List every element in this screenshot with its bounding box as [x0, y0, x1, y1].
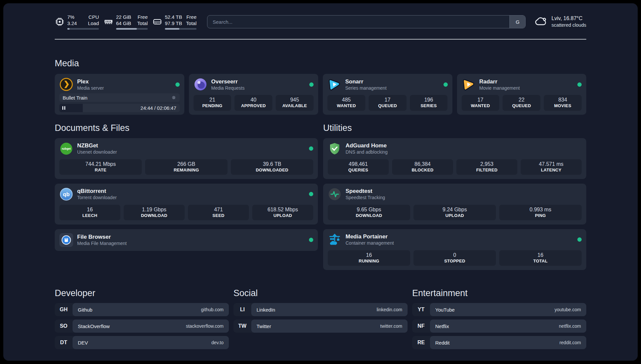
disk-stat: 52.4 TB 97.9 TB Free Total	[152, 14, 197, 30]
search-engine-button[interactable]: G	[509, 15, 525, 28]
status-dot	[309, 238, 313, 242]
link-name: DEV	[78, 340, 88, 346]
link-abbr: SO	[55, 319, 73, 333]
status-dot	[443, 82, 448, 87]
app-subtitle: Speedtest Tracking	[346, 195, 385, 200]
section-title-developer: Developer	[55, 288, 229, 298]
disk-free: 52.4 TB	[165, 14, 182, 20]
stat-pill: 266 GB REMAINING	[145, 159, 228, 175]
status-dot	[577, 82, 582, 87]
header-divider	[55, 39, 586, 40]
section-title-documents: Documents & Files	[55, 123, 318, 133]
stat-pill: 618.52 Mbps UPLOAD	[252, 205, 313, 220]
link-name: Netflix	[435, 323, 449, 329]
stat-pill: 39.6 TB DOWNLOADED	[231, 159, 313, 175]
weather-condition: scattered clouds	[551, 22, 586, 28]
status-dot	[309, 82, 314, 87]
link-abbr: YT	[412, 303, 430, 316]
app-card-radarr[interactable]: Radarr Movie management 17 WANTED 22 QUE…	[457, 74, 587, 115]
app-subtitle: Series management	[345, 85, 386, 91]
link-item-linkedin[interactable]: LI LinkedIn linkedin.com	[233, 303, 408, 316]
app-name: Sonarr	[345, 78, 386, 85]
stat-pill: 744.21 Mbps RATE	[59, 159, 142, 175]
stat-pill: 471 SEED	[188, 205, 249, 220]
memory-total: 64 GiB	[116, 20, 131, 26]
gear-icon[interactable]	[171, 95, 176, 100]
status-dot	[309, 192, 313, 196]
disk-progressbar	[165, 28, 197, 30]
cpu-label-2: Load	[88, 20, 99, 26]
app-card-sonarr[interactable]: Sonarr Series management 485 WANTED 17 Q…	[323, 74, 452, 115]
link-abbr: TW	[233, 319, 251, 333]
playback-progressbar[interactable]: 24:44 / 02:06:47	[59, 104, 180, 112]
link-name: YouTube	[435, 307, 455, 313]
link-item-netflix[interactable]: NF Netflix netflix.com	[412, 319, 586, 333]
status-dot	[175, 82, 180, 87]
now-playing-title-row: Bullet Train	[59, 93, 180, 102]
stat-pill: 16 TOTAL	[499, 250, 582, 266]
stat-pill: 0.993 ms PING	[499, 205, 582, 220]
link-url: youtube.com	[555, 307, 581, 312]
link-url: reddit.com	[560, 340, 581, 345]
app-card-adguard[interactable]: AdGuard Home DNS and adblocking 498,461 …	[323, 138, 586, 179]
link-name: Twitter	[257, 323, 271, 329]
disk-total: 97.9 TB	[165, 20, 182, 26]
app-card-qbittorrent[interactable]: qb qBittorrent Torrent downloader 16 LEE…	[55, 184, 318, 225]
link-url: github.com	[201, 307, 224, 312]
cloud-icon	[534, 15, 547, 29]
section-title-social: Social	[233, 288, 408, 298]
stat-pill: 17 QUEUED	[369, 95, 407, 110]
memory-label-1: Free	[137, 14, 148, 20]
link-item-dev[interactable]: DT DEV dev.to	[55, 336, 229, 349]
dashboard-root: 7% 3.24 CPU Load	[3, 3, 638, 361]
app-card-overseerr[interactable]: Overseerr Media Requests 21 PENDING 40 A…	[189, 74, 319, 115]
section-title-entertainment: Entertainment	[412, 288, 586, 298]
app-name: Overseerr	[211, 78, 245, 85]
nzbget-icon: nzbget	[59, 142, 73, 156]
weather-widget: Lviv, 16.87°C scattered clouds	[534, 15, 586, 29]
app-card-portainer[interactable]: Media Portainer Container management 16 …	[323, 229, 586, 270]
cpu-label-1: CPU	[88, 14, 99, 20]
stat-pill: 834 MOVIES	[544, 95, 582, 110]
status-dot	[577, 237, 582, 242]
memory-stat: 22 GiB 64 GiB Free Total	[104, 14, 148, 30]
stat-pill: 9.65 Gbps DOWNLOAD	[328, 205, 410, 220]
overseerr-icon	[194, 77, 207, 91]
link-item-reddit[interactable]: RE Reddit reddit.com	[412, 336, 586, 349]
stat-pill: 22 QUEUED	[503, 95, 540, 110]
link-name: Github	[78, 307, 92, 313]
app-subtitle: Media File Management	[77, 240, 127, 246]
app-name: NZBGet	[77, 142, 117, 149]
link-item-youtube[interactable]: YT YouTube youtube.com	[412, 303, 586, 316]
app-name: qBittorrent	[77, 188, 117, 195]
link-url: twitter.com	[380, 323, 402, 329]
memory-label-2: Total	[137, 20, 148, 26]
app-card-nzbget[interactable]: nzbget NZBGet Usenet downloader 744.21 M…	[55, 138, 318, 179]
speedtest-icon	[328, 187, 342, 201]
header: 7% 3.24 CPU Load	[55, 13, 586, 30]
memory-progressbar	[116, 28, 148, 30]
link-name: LinkedIn	[257, 307, 275, 313]
app-card-speedtest[interactable]: Speedtest Speedtest Tracking 9.65 Gbps D…	[323, 184, 586, 225]
qbittorrent-icon: qb	[59, 187, 73, 201]
pause-icon[interactable]	[62, 106, 63, 110]
cpu-progressbar	[67, 28, 99, 30]
link-item-stackoverflow[interactable]: SO StackOverflow stackoverflow.com	[55, 319, 229, 333]
search-bar[interactable]: G	[207, 15, 526, 28]
link-abbr: GH	[55, 303, 73, 316]
app-card-filebrowser[interactable]: File Browser Media File Management	[55, 229, 318, 251]
search-input[interactable]	[207, 15, 509, 28]
cpu-stat: 7% 3.24 CPU Load	[55, 14, 99, 30]
link-url: linkedin.com	[377, 307, 402, 312]
link-item-github[interactable]: GH Github github.com	[55, 303, 229, 316]
link-item-twitter[interactable]: TW Twitter twitter.com	[233, 319, 408, 333]
link-url: stackoverflow.com	[186, 323, 224, 329]
app-name: Speedtest	[346, 188, 385, 195]
stat-pill: 16 RUNNING	[328, 250, 410, 266]
stat-pill: 1.19 Gbps DOWNLOAD	[124, 205, 185, 220]
portainer-icon	[328, 233, 342, 247]
svg-text:qb: qb	[63, 191, 70, 197]
cpu-icon	[55, 17, 65, 27]
app-name: AdGuard Home	[346, 142, 388, 149]
app-card-plex[interactable]: Plex Media server Bullet Train	[55, 74, 184, 115]
